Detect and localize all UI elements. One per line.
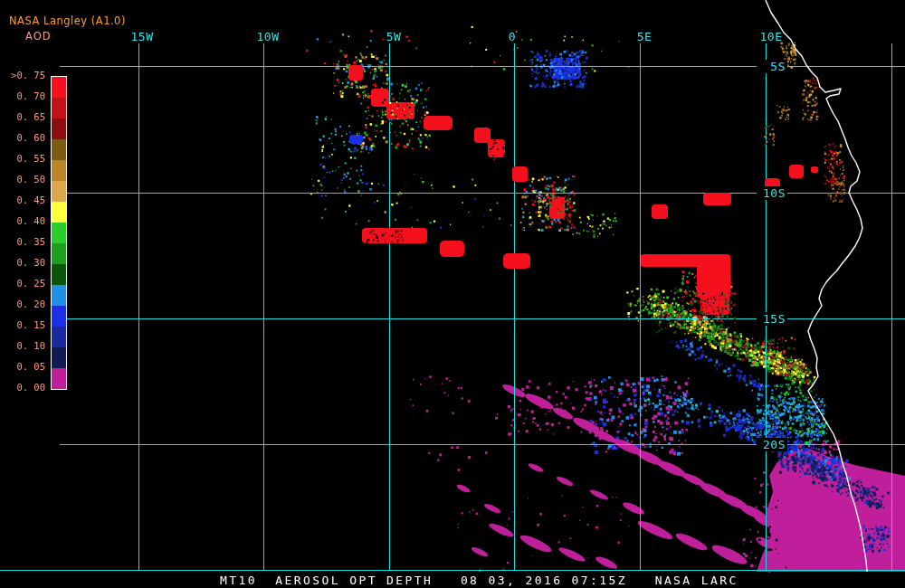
legend-label-0: >0. 75 bbox=[0, 70, 45, 81]
legend-label-13: 0. 10 bbox=[0, 340, 45, 351]
legend-band-0 bbox=[52, 77, 66, 98]
legend-band-1 bbox=[52, 98, 66, 119]
legend-label-3: 0. 60 bbox=[0, 132, 45, 143]
legend-band-12 bbox=[52, 327, 66, 347]
legend-band-8 bbox=[52, 243, 66, 264]
legend-label-15: 0. 00 bbox=[0, 382, 45, 393]
lon-label-10W: 10W bbox=[257, 30, 280, 43]
lat-label-15S: 15S bbox=[757, 312, 787, 326]
legend-band-7 bbox=[52, 223, 66, 243]
legend-band-2 bbox=[52, 119, 66, 139]
legend-label-4: 0. 55 bbox=[0, 153, 45, 164]
lon-label-10E: 10E bbox=[760, 30, 783, 43]
lon-label-15W: 15W bbox=[131, 30, 154, 43]
map-canvas bbox=[0, 0, 905, 588]
legend-label-10: 0. 25 bbox=[0, 278, 45, 289]
aod-satellite-map: NASA Langley (A1.0) AOD >0. 750. 700. 65… bbox=[0, 0, 905, 588]
legend-label-5: 0. 50 bbox=[0, 174, 45, 185]
legend-color-bar bbox=[51, 76, 67, 390]
legend-label-8: 0. 35 bbox=[0, 236, 45, 247]
legend-label-11: 0. 20 bbox=[0, 299, 45, 309]
legend-label-14: 0. 05 bbox=[0, 361, 45, 372]
map-caption: MT10 AEROSOL OPT DEPTH 08 03, 2016 07:15… bbox=[220, 574, 738, 587]
legend-band-6 bbox=[52, 202, 66, 223]
legend-band-10 bbox=[52, 285, 66, 306]
legend-band-14 bbox=[52, 368, 66, 389]
lat-label-5S: 5S bbox=[757, 60, 787, 73]
legend-label-1: 0. 70 bbox=[0, 90, 45, 101]
legend-band-11 bbox=[52, 306, 66, 327]
lat-label-10S: 10S bbox=[757, 186, 787, 200]
parameter-label: AOD bbox=[25, 30, 52, 43]
lon-label-0: 0 bbox=[509, 30, 516, 43]
legend-band-4 bbox=[52, 160, 66, 181]
legend-label-12: 0. 15 bbox=[0, 319, 45, 330]
lat-label-20S: 20S bbox=[757, 438, 787, 451]
legend-band-9 bbox=[52, 264, 66, 285]
legend-label-6: 0. 45 bbox=[0, 194, 45, 205]
product-title: NASA Langley (A1.0) bbox=[9, 14, 126, 27]
legend-band-3 bbox=[52, 139, 66, 160]
lon-label-5W: 5W bbox=[386, 30, 402, 43]
lon-label-5E: 5E bbox=[637, 30, 653, 43]
legend-band-5 bbox=[52, 181, 66, 202]
legend-band-13 bbox=[52, 347, 66, 368]
legend-label-2: 0. 65 bbox=[0, 111, 45, 122]
legend-label-7: 0. 40 bbox=[0, 215, 45, 226]
legend-label-9: 0. 30 bbox=[0, 257, 45, 268]
